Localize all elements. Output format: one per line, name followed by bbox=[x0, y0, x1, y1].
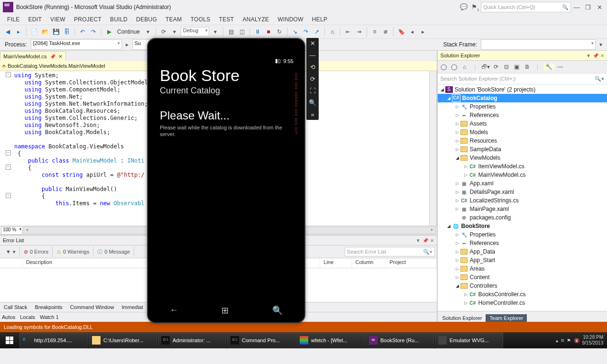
menu-file[interactable]: FILE bbox=[3, 16, 24, 23]
layout-btn2[interactable]: ◫ bbox=[237, 27, 247, 36]
taskbar-item[interactable]: ehttp://169.254.... bbox=[19, 333, 88, 348]
tray-up-icon[interactable]: ▴ bbox=[556, 338, 558, 343]
tree-file[interactable]: LocalizedStrings.cs bbox=[470, 197, 519, 204]
tree-file[interactable]: HomeController.cs bbox=[478, 300, 525, 306]
tree-properties[interactable]: Properties bbox=[470, 103, 496, 110]
tab-watch1[interactable]: Watch 1 bbox=[40, 314, 59, 320]
step-into-button[interactable]: ↘ bbox=[290, 27, 300, 36]
close-button[interactable]: ✕ bbox=[595, 4, 604, 11]
nav-back-button[interactable]: ◀ bbox=[3, 27, 12, 36]
error-search-input[interactable]: Search Error List 🔍▾ bbox=[345, 247, 435, 256]
filter-warnings[interactable]: ⚠0 Warnings bbox=[53, 246, 93, 257]
phone-back-icon[interactable]: ← bbox=[170, 305, 178, 316]
emu-minimize-icon[interactable]: — bbox=[310, 52, 316, 59]
tab-mainviewmodel[interactable]: MainViewModel.cs 📌 ✕ bbox=[0, 51, 66, 61]
tree-file[interactable]: App.xaml bbox=[470, 180, 494, 187]
taskbar-item[interactable]: wfetch - [Wfet... bbox=[296, 333, 365, 348]
menu-tools[interactable]: TOOLS bbox=[186, 16, 215, 23]
pin-icon[interactable]: 📌 bbox=[423, 238, 428, 243]
type-combo[interactable]: BookCatalog.ViewModels.MainViewModel bbox=[8, 63, 105, 69]
tree-folder[interactable]: Models bbox=[470, 129, 488, 136]
step-over-button[interactable]: ↷ bbox=[301, 27, 311, 36]
pin-icon[interactable]: 📌 bbox=[50, 54, 55, 59]
refresh-icon[interactable]: ⟳ bbox=[492, 64, 500, 70]
stop-button[interactable]: ■ bbox=[264, 27, 273, 36]
tree-references[interactable]: References bbox=[470, 240, 499, 246]
continue-drop-icon[interactable]: ▾ bbox=[143, 27, 153, 36]
emu-more-icon[interactable]: » bbox=[311, 111, 314, 118]
pin-icon[interactable]: 📌 bbox=[593, 53, 598, 58]
continue-button[interactable]: ▶ bbox=[104, 27, 114, 36]
tree-file[interactable]: packages.config bbox=[470, 214, 511, 221]
tree-project-bookstore[interactable]: BookStore bbox=[461, 223, 490, 229]
save-button[interactable]: 💾 bbox=[51, 27, 61, 36]
tray-action-icon[interactable]: ⚑ bbox=[567, 338, 571, 343]
emu-zoom-icon[interactable]: 🔍 bbox=[309, 99, 316, 106]
zoom-combo[interactable]: 100 % bbox=[1, 227, 22, 235]
comment-button[interactable]: ≡ bbox=[370, 27, 379, 36]
emulator-screen[interactable]: ▮▯9:55 Book Store Current Catalog Please… bbox=[155, 56, 297, 296]
tree-project-bookcatalog[interactable]: BookCatalog bbox=[462, 95, 497, 101]
tree-folder[interactable]: SampleData bbox=[470, 146, 501, 153]
fold-icon[interactable]: − bbox=[6, 164, 11, 170]
notification-flag-icon[interactable]: ⚑1 bbox=[471, 3, 479, 11]
uncomment-button[interactable]: ≢ bbox=[381, 27, 390, 36]
taskbar-item[interactable]: C:\Administrator: ... bbox=[158, 333, 226, 348]
taskbar-item[interactable]: C:\Command Pro... bbox=[227, 333, 295, 348]
menu-analyze[interactable]: ANALYZE bbox=[239, 16, 274, 23]
tree-file[interactable]: ItemViewModel.cs bbox=[478, 163, 524, 170]
show-all-icon[interactable]: ▣ bbox=[513, 64, 521, 70]
pause-button[interactable]: ⏸ bbox=[253, 27, 262, 36]
tab-team-explorer[interactable]: Team Explorer bbox=[486, 314, 527, 322]
scroll-right-icon[interactable]: ▸ bbox=[429, 227, 435, 233]
continue-label[interactable]: Continue bbox=[115, 28, 142, 35]
taskbar-item[interactable]: C:\Users\Rober... bbox=[89, 333, 157, 348]
tree-file[interactable]: MainPage.xaml bbox=[470, 206, 509, 212]
restart-drop[interactable]: ▾ bbox=[170, 27, 179, 36]
layout-btn1[interactable]: ▤ bbox=[226, 27, 236, 36]
tray-network-icon[interactable]: ⧈ bbox=[561, 337, 564, 343]
menu-build[interactable]: BUILD bbox=[106, 16, 132, 23]
fold-icon[interactable]: − bbox=[6, 72, 11, 77]
step-out-button[interactable]: ↗ bbox=[312, 27, 322, 36]
close-icon[interactable]: ✕ bbox=[600, 53, 604, 58]
menu-window[interactable]: WINDOW bbox=[273, 16, 307, 23]
phone-start-icon[interactable]: ⊞ bbox=[221, 305, 229, 316]
close-icon[interactable]: ✕ bbox=[430, 238, 434, 243]
tab-commandwindow[interactable]: Command Window bbox=[68, 304, 116, 310]
emu-close-icon[interactable]: ✕ bbox=[310, 40, 315, 47]
filter-messages[interactable]: ⓘ0 Message bbox=[93, 246, 134, 257]
properties-icon[interactable]: 🔧 bbox=[544, 64, 554, 70]
home-icon[interactable]: ⌂ bbox=[460, 64, 469, 70]
restart-debug-button[interactable]: ↻ bbox=[275, 27, 284, 36]
tree-folder-viewmodels[interactable]: ViewModels bbox=[470, 155, 500, 161]
emu-fit-icon[interactable]: ⛶ bbox=[310, 87, 316, 94]
tab-callstack[interactable]: Call Stack bbox=[2, 304, 29, 310]
process-combo[interactable]: [2084] TaskHost.exe bbox=[31, 39, 122, 50]
platform-drop[interactable]: ▾ bbox=[211, 27, 220, 36]
filter-errors[interactable]: ⊘0 Errors bbox=[20, 246, 53, 257]
toggle-icon[interactable]: — bbox=[556, 64, 565, 70]
minimize-button[interactable]: — bbox=[572, 4, 581, 11]
filter-dropdown[interactable]: ▼ ▾ bbox=[2, 246, 20, 257]
tab-breakpoints[interactable]: Breakpoints bbox=[33, 304, 64, 310]
taskbar-item[interactable]: ∞BookStore (Ru... bbox=[366, 333, 434, 348]
menu-view[interactable]: VIEW bbox=[46, 16, 70, 23]
tab-close-icon[interactable]: ✕ bbox=[58, 54, 63, 60]
scrollbar-stub[interactable] bbox=[429, 71, 436, 226]
stackframe-combo[interactable] bbox=[481, 39, 596, 50]
tree-folder[interactable]: App_Start bbox=[470, 257, 495, 264]
nav-fwd-button[interactable]: ▸ bbox=[14, 27, 23, 36]
bookmark-prev-button[interactable]: ◂ bbox=[407, 27, 417, 36]
menu-project[interactable]: PROJECT bbox=[70, 16, 106, 23]
phone-emulator[interactable]: ▮▯9:55 Book Store Current Catalog Please… bbox=[147, 38, 305, 323]
tree-solution[interactable]: Solution 'BookStore' (2 projects) bbox=[455, 86, 536, 93]
tree-file[interactable]: MainViewModel.cs bbox=[478, 172, 526, 178]
scroll-left-icon[interactable]: ◂ bbox=[24, 227, 30, 233]
feedback-icon[interactable]: 💬 bbox=[460, 3, 468, 11]
menu-debug[interactable]: DEBUG bbox=[132, 16, 161, 23]
scope-icon[interactable]: 🗗▾ bbox=[481, 64, 490, 70]
solution-tree[interactable]: ◢SSolution 'BookStore' (2 projects) ◢C#B… bbox=[438, 84, 607, 311]
col-line[interactable]: Line bbox=[320, 258, 352, 268]
phone-search-icon[interactable]: 🔍 bbox=[272, 305, 283, 316]
